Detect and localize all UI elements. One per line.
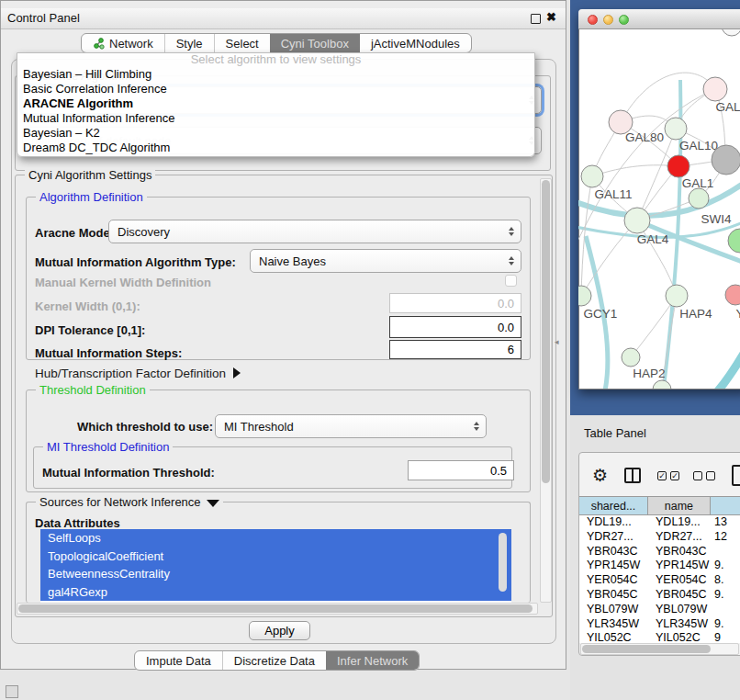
- attribute-item-betweennesscentrality[interactable]: BetweennessCentrality: [40, 565, 511, 583]
- mi-steps-label: Mutual Information Steps:: [35, 346, 182, 360]
- table-row[interactable]: YIL052CYIL052C9: [579, 631, 740, 643]
- gear-icon[interactable]: ⚙: [592, 465, 608, 486]
- sources-group-title[interactable]: Sources for Network Inference: [36, 495, 223, 509]
- zoom-traffic-light[interactable]: [619, 15, 629, 25]
- tab-select-label: Select: [226, 37, 259, 51]
- table-row[interactable]: YBL079WYBL079W: [579, 603, 740, 617]
- popup-item-mutual-information-inference[interactable]: Mutual Information Inference: [17, 111, 534, 126]
- minimize-traffic-light[interactable]: [603, 15, 613, 25]
- network-node-label: GAL4: [637, 232, 669, 246]
- network-node[interactable]: [653, 380, 671, 389]
- network-node-hap2[interactable]: [622, 348, 640, 367]
- columns-icon[interactable]: [624, 468, 641, 483]
- checked-box-icon: ✓: [670, 471, 679, 480]
- settings-horizontal-scroll-thumb[interactable]: [18, 604, 533, 613]
- mi-threshold-field[interactable]: 0.5: [408, 460, 514, 480]
- collapsed-panel-icon[interactable]: [6, 685, 18, 698]
- network-node-hap4[interactable]: [666, 285, 688, 307]
- column-header-shared[interactable]: shared...: [579, 497, 648, 514]
- manual-kernel-checkbox[interactable]: [505, 275, 517, 287]
- table-cell: YBR045C: [648, 588, 711, 603]
- attribute-item-selfloops[interactable]: SelfLoops: [40, 529, 511, 548]
- tab-style[interactable]: Style: [164, 34, 214, 52]
- network-node-gal1[interactable]: [667, 155, 690, 177]
- tab-cyni-toolbox[interactable]: Cyni Toolbox: [270, 34, 360, 52]
- network-canvas[interactable]: GALGAL80GAL10GAL1GAL11SWI4GAL4GCY1HAP4YH…: [578, 29, 740, 389]
- table-cell: YBR043C: [579, 545, 648, 559]
- hub-definition-toggle[interactable]: Hub/Transcription Factor Definition: [35, 367, 241, 380]
- column-header-name[interactable]: name: [648, 497, 711, 514]
- network-icon: [93, 38, 105, 50]
- close-icon[interactable]: ✖: [546, 10, 556, 24]
- table-row[interactable]: YER054CYER054C8.: [579, 573, 740, 588]
- network-node-swi4[interactable]: [689, 188, 709, 209]
- table-cell: YDR27...: [579, 530, 648, 545]
- table-row[interactable]: YPR145WYPR145W9.: [579, 559, 740, 573]
- clear-all-checkboxes-icon[interactable]: [693, 471, 715, 480]
- apply-button[interactable]: Apply: [249, 621, 310, 640]
- table-row[interactable]: YBR043CYBR043C: [579, 545, 740, 559]
- popup-item-aracne-algorithm[interactable]: ARACNE Algorithm: [17, 96, 534, 111]
- table-row[interactable]: YDR27...YDR27...12: [579, 530, 740, 545]
- table-cell: YBL079W: [648, 603, 711, 617]
- network-node-gal10[interactable]: [665, 118, 687, 140]
- popup-item-basic-correlation-inference[interactable]: Basic Correlation Inference: [17, 82, 534, 96]
- table-row[interactable]: YBR045CYBR045C9.: [579, 588, 740, 603]
- table-row[interactable]: YLR345WYLR345W9.: [579, 617, 740, 632]
- table-cell: YLR345W: [579, 617, 648, 632]
- tab-discretize-data-label: Discretize Data: [234, 654, 315, 668]
- attributes-list-scrollbar[interactable]: [499, 533, 507, 592]
- mi-steps-field[interactable]: 6: [389, 340, 521, 359]
- tab-impute-data-label: Impute Data: [146, 654, 211, 668]
- unchecked-box-icon: [693, 471, 702, 480]
- network-node[interactable]: [712, 145, 740, 175]
- tab-network[interactable]: Network: [82, 34, 164, 52]
- network-node-label: SWI4: [701, 212, 731, 226]
- tab-jactivemnodules[interactable]: jActiveMNodules: [360, 34, 471, 52]
- tab-discretize-data[interactable]: Discretize Data: [222, 651, 326, 670]
- threshold-definition-title: Threshold Definition: [36, 383, 150, 397]
- document-icon[interactable]: [732, 465, 740, 486]
- table-cell: 8.: [711, 573, 740, 588]
- table-cell: 9.: [711, 617, 740, 632]
- kernel-width-field[interactable]: 0.0: [389, 293, 521, 313]
- close-traffic-light[interactable]: [588, 15, 598, 25]
- tab-infer-network[interactable]: Infer Network: [326, 651, 419, 670]
- table-row[interactable]: YDL19...YDL19...13: [579, 515, 740, 530]
- unchecked-box-icon: [706, 471, 715, 480]
- bottom-tab-bar: Impute DataDiscretize DataInfer Network: [134, 650, 420, 671]
- network-node-gal[interactable]: [703, 77, 727, 101]
- table-cell: 9.: [711, 559, 740, 573]
- mi-threshold-label: Mutual Information Threshold:: [42, 466, 215, 480]
- data-attributes-list[interactable]: SelfLoopsTopologicalCoefficientBetweenne…: [40, 529, 511, 603]
- attribute-item-gal4rgexp[interactable]: gal4RGexp: [40, 583, 511, 602]
- network-node-gcy1[interactable]: [578, 286, 591, 306]
- network-node-gal4[interactable]: [624, 208, 650, 233]
- which-threshold-combo[interactable]: MI Threshold: [215, 414, 487, 438]
- popup-item-bayesian-k2[interactable]: Bayesian – K2: [17, 126, 534, 141]
- network-node[interactable]: [722, 29, 740, 36]
- network-node-gal11[interactable]: [581, 165, 603, 187]
- network-edge: [592, 165, 678, 176]
- table-cell: 12: [711, 530, 740, 545]
- splitter-handle-icon[interactable]: ◂: [555, 337, 559, 346]
- settings-vertical-scroll-thumb[interactable]: [542, 180, 550, 483]
- dpi-tolerance-field[interactable]: 0.0: [389, 316, 521, 338]
- which-threshold-label: Which threshold to use:: [77, 420, 213, 434]
- aracne-mode-combo[interactable]: Discovery: [108, 220, 521, 243]
- table-horizontal-scroll-thumb[interactable]: [582, 645, 711, 653]
- table-cell: [711, 603, 740, 617]
- popup-item-dream8-dc-tdc-algorithm[interactable]: Dream8 DC_TDC Algorithm: [17, 141, 534, 155]
- select-all-checkboxes-icon[interactable]: ✓ ✓: [657, 471, 679, 480]
- column-header-cut[interactable]: [711, 497, 740, 514]
- network-node-y[interactable]: [725, 285, 740, 305]
- mi-type-combo[interactable]: Naive Bayes: [250, 249, 521, 273]
- network-node[interactable]: [728, 229, 740, 253]
- attribute-item-topologicalcoefficient[interactable]: TopologicalCoefficient: [40, 548, 511, 566]
- tab-select[interactable]: Select: [214, 34, 270, 52]
- table-body: YDL19...YDL19...13YDR27...YDR27...12YBR0…: [579, 515, 740, 643]
- tab-impute-data[interactable]: Impute Data: [135, 651, 222, 670]
- popup-item-bayesian-hill-climbing[interactable]: Bayesian – Hill Climbing: [17, 67, 534, 82]
- combo-arrows-icon: [474, 422, 479, 431]
- float-window-icon[interactable]: [531, 14, 541, 24]
